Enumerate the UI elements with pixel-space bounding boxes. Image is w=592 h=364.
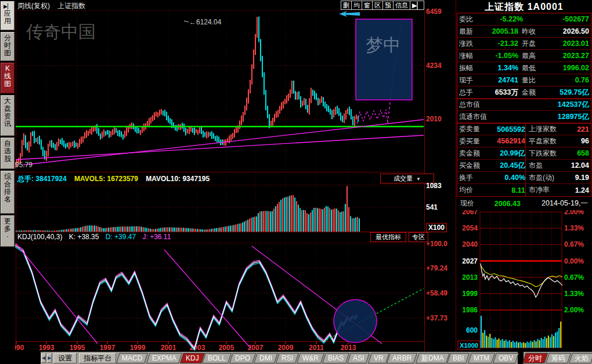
candle: [96, 124, 98, 134]
indicator-tab-W&R[interactable]: W&R: [297, 353, 324, 363]
sidebar-item-分时图[interactable]: 分时图: [1, 32, 15, 61]
volume-bar: [40, 230, 41, 232]
chevron-down-icon: ▼: [416, 176, 421, 182]
indicator-tab-KDJ[interactable]: KDJ: [180, 353, 205, 363]
candle: [199, 127, 200, 133]
quote-label: 委卖量: [459, 124, 488, 134]
toolbar-next-icon-button[interactable]: ▶▏: [410, 1, 424, 10]
indicator-tab-DPO[interactable]: DPO: [229, 353, 256, 363]
volume-bar: [71, 229, 73, 232]
volume-bar: [118, 226, 120, 232]
volume-bar: [31, 230, 33, 232]
zone-button[interactable]: 专区: [409, 232, 428, 242]
intraday-volume-bar: [551, 334, 553, 348]
candle: [159, 110, 160, 116]
volume-bar: [73, 228, 74, 232]
volume-bar: [162, 228, 163, 232]
candle: [349, 107, 350, 116]
candle: [283, 101, 284, 109]
indicator-tab-ASI[interactable]: ASI: [347, 353, 370, 363]
volume-total-label: 总手: 38417924: [17, 175, 67, 183]
quote-value: 6533万: [481, 88, 518, 98]
intraday-volume-bar: [506, 340, 507, 348]
indicator-tab-EXPMA[interactable]: EXPMA: [146, 353, 182, 363]
volume-bar: [38, 230, 39, 232]
volume-bar: [317, 208, 318, 232]
sidebar-item-大盘资讯[interactable]: 大盘资讯: [1, 95, 15, 136]
candle: [112, 129, 113, 135]
candle: [324, 102, 326, 109]
sidebar-item-更多·[interactable]: 更多·: [1, 215, 15, 247]
sidebar-item-综合排名[interactable]: 综合排名: [1, 171, 15, 214]
sidebar-item-自选股[interactable]: 自选股: [1, 138, 15, 169]
candle: [196, 129, 197, 133]
indicator-tab-BOLL[interactable]: BOLL: [202, 353, 232, 363]
best-indicator-button[interactable]: 最优指标: [370, 232, 406, 242]
sidebar-item-应用[interactable]: ▶▏应用: [1, 1, 15, 30]
volume-bar: [21, 230, 22, 232]
toolbar-button[interactable]: 均: [352, 1, 362, 10]
toolbar-button[interactable]: 预: [383, 1, 394, 10]
toolbar-button[interactable]: 窗: [362, 1, 373, 10]
indicator-platform-button[interactable]: 指标平台: [79, 353, 116, 363]
toolbar-button[interactable]: 区: [373, 1, 383, 10]
indicator-tab-OBV[interactable]: OBV: [493, 353, 519, 363]
volume-dropdown-value: 成交量: [394, 175, 413, 182]
candle: [169, 118, 171, 124]
indicator-tab-ARBR[interactable]: ARBR: [387, 353, 418, 363]
volume-bar: [287, 197, 288, 232]
candle: [250, 80, 251, 93]
candle: [248, 89, 249, 103]
volume-bar: [310, 212, 311, 232]
sidebar-item-char: ·: [1, 233, 14, 240]
candle: [300, 96, 301, 108]
indicator-tab-MTM[interactable]: MTM: [468, 353, 495, 363]
indicator-tab-新DMA[interactable]: 新DMA: [416, 353, 450, 363]
candle: [338, 108, 340, 116]
year-label: 1990: [15, 344, 24, 352]
toolbar-button[interactable]: 删: [341, 1, 352, 10]
toolbar-button[interactable]: 信息: [394, 1, 410, 10]
intraday-volume-bar: [491, 338, 492, 348]
panel-tab-火焰[interactable]: 火焰: [569, 353, 592, 363]
sidebar-item-K线图[interactable]: K线图: [1, 63, 15, 93]
quote-value: 1.34%: [481, 64, 518, 72]
candle: [68, 142, 70, 150]
volume-bar: [45, 230, 46, 232]
panel-tab-筹码[interactable]: 筹码: [546, 353, 572, 363]
intraday-volume-bar: [525, 343, 526, 348]
volume-bar: [91, 225, 92, 232]
volume-bar: [169, 228, 170, 232]
volume-header: 总手: 38417924 MAVOL5: 16723579 MAVOL10: 9…: [17, 174, 210, 184]
left-sidebar: ▶▏应用分时图K线图大盘资讯自选股综合排名更多·: [0, 0, 15, 364]
candle: [102, 132, 103, 139]
intraday-price-label: 1986: [462, 306, 478, 314]
indicator-tab-DMI[interactable]: DMI: [254, 353, 278, 363]
indicator-tab-BIAS[interactable]: BIAS: [322, 353, 349, 363]
mavol10-label: MAVOL10: 9347195: [146, 175, 210, 183]
indicator-tab-RSI[interactable]: RSI: [276, 353, 299, 363]
intraday-price-line: [481, 264, 562, 297]
scroll-left-button[interactable]: ◀: [41, 354, 46, 363]
volume-bar: [357, 217, 358, 232]
settings-button[interactable]: 设置: [53, 353, 77, 363]
candle: [265, 90, 266, 110]
candle: [345, 110, 346, 120]
candle: [232, 133, 233, 139]
candle: [48, 144, 49, 157]
scroll-right-button[interactable]: ▶: [47, 354, 52, 363]
panel-tab-分时[interactable]: 分时: [523, 353, 548, 363]
watermark-text: 传奇中国: [26, 22, 96, 41]
indicator-tab-VR[interactable]: VR: [368, 353, 389, 363]
indicator-tab-MACD[interactable]: MACD: [116, 353, 148, 363]
sidebar-item-char: 讯: [1, 120, 14, 128]
intraday-vol-axis-label: 600: [466, 326, 478, 334]
intraday-price-label: 2027: [462, 257, 478, 265]
indicator-tab-BBI[interactable]: BBI: [447, 353, 470, 363]
candle: [51, 140, 52, 148]
candle: [62, 138, 63, 146]
volume-bar: [207, 229, 208, 232]
sidebar-item-char: 图: [1, 49, 14, 57]
candle: [316, 93, 317, 100]
candle: [25, 135, 26, 148]
